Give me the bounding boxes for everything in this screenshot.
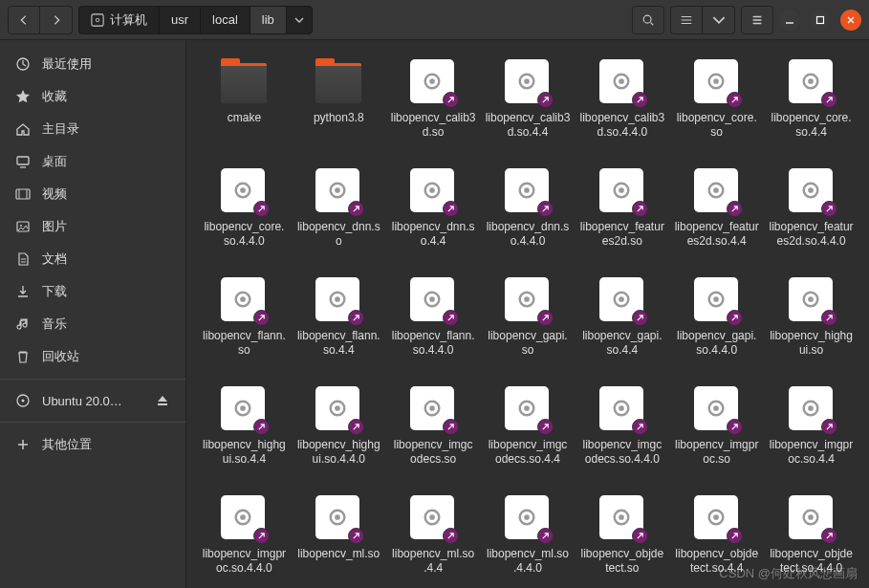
file-item[interactable]: libopencv_features2d.so.4.4.0: [767, 166, 856, 264]
symlink-badge-icon: [632, 92, 648, 108]
path-seg-local[interactable]: local: [201, 7, 250, 33]
file-item[interactable]: python3.8: [294, 57, 383, 155]
symlink-badge-icon: [727, 201, 743, 217]
file-item[interactable]: libopencv_flann.so.4.4: [294, 275, 383, 373]
file-item[interactable]: libopencv_objdetect.so.4.4: [672, 493, 761, 588]
file-item[interactable]: libopencv_features2d.so.4.4: [672, 166, 761, 264]
search-button[interactable]: [632, 6, 664, 34]
file-item[interactable]: libopencv_calib3d.so: [389, 57, 478, 155]
svg-point-48: [808, 296, 814, 302]
file-item[interactable]: libopencv_core.so.4.4: [767, 57, 856, 155]
sidebar-item-other[interactable]: 其他位置: [0, 422, 185, 461]
file-item[interactable]: libopencv_gapi.so.4.4: [577, 275, 666, 373]
file-item[interactable]: libopencv_flann.so.4.4.0: [389, 275, 478, 373]
maximize-button[interactable]: [810, 10, 831, 31]
shared-lib-icon: [410, 495, 456, 541]
svg-point-70: [524, 514, 530, 520]
sidebar-item-downloads[interactable]: 下载: [0, 275, 185, 308]
file-label: libopencv_dnn.so: [296, 220, 381, 262]
symlink-badge-icon: [443, 92, 459, 108]
svg-point-66: [335, 514, 340, 520]
file-item[interactable]: libopencv_core.so.4.4.0: [200, 166, 289, 264]
file-item[interactable]: libopencv_gapi.so: [484, 275, 573, 373]
svg-point-76: [808, 514, 814, 520]
file-label: cmake: [228, 111, 261, 153]
file-label: libopencv_ml.so.4.4: [391, 547, 476, 588]
hamburger-menu[interactable]: [741, 6, 773, 34]
sidebar-item-documents[interactable]: 文档: [0, 243, 185, 275]
music-icon: [15, 316, 31, 332]
symlink-badge-icon: [727, 419, 743, 435]
sidebar-item-starred[interactable]: 收藏: [0, 80, 185, 113]
file-item[interactable]: libopencv_imgcodecs.so.4.4.0: [577, 384, 666, 482]
back-button[interactable]: [8, 6, 40, 34]
sidebar-item-label: 主目录: [42, 120, 79, 138]
sidebar-item-videos[interactable]: 视频: [0, 178, 185, 210]
view-dropdown-button[interactable]: [703, 6, 735, 34]
symlink-badge-icon: [537, 310, 554, 326]
file-item[interactable]: libopencv_gapi.so.4.4.0: [672, 275, 761, 373]
file-item[interactable]: cmake: [200, 57, 289, 155]
file-item[interactable]: libopencv_highgui.so: [767, 275, 856, 373]
file-label: libopencv_calib3d.so.4.4.0: [579, 111, 664, 153]
sidebar-item-desktop[interactable]: 桌面: [0, 145, 185, 178]
shared-lib-icon: [694, 59, 740, 105]
file-item[interactable]: libopencv_features2d.so: [577, 166, 666, 264]
folder-icon: [315, 59, 361, 105]
file-item[interactable]: libopencv_imgproc.so.4.4: [767, 384, 856, 482]
close-button[interactable]: [840, 10, 861, 31]
file-item[interactable]: libopencv_dnn.so: [294, 166, 383, 264]
path-dropdown[interactable]: [287, 7, 312, 33]
forward-button[interactable]: [40, 6, 73, 34]
file-label: libopencv_gapi.so: [486, 329, 571, 371]
eject-icon[interactable]: [155, 393, 170, 408]
file-item[interactable]: libopencv_ml.so.4.4: [389, 493, 478, 588]
file-item[interactable]: libopencv_calib3d.so.4.4: [484, 57, 573, 155]
file-item[interactable]: libopencv_core.so: [672, 57, 761, 155]
file-item[interactable]: libopencv_imgcodecs.so.4.4: [484, 384, 573, 482]
svg-point-68: [429, 514, 435, 520]
file-item[interactable]: libopencv_imgcodecs.so: [389, 384, 478, 482]
file-item[interactable]: libopencv_highgui.so.4.4.0: [294, 384, 383, 482]
file-item[interactable]: libopencv_calib3d.so.4.4.0: [577, 57, 666, 155]
sidebar-item-label: 文档: [42, 250, 67, 268]
file-item[interactable]: libopencv_flann.so: [200, 275, 289, 373]
file-item[interactable]: libopencv_ml.so.4.4.0: [484, 493, 573, 588]
shared-lib-icon: [789, 277, 835, 323]
svg-rect-5: [17, 157, 29, 164]
symlink-badge-icon: [537, 419, 554, 435]
path-seg-usr[interactable]: usr: [160, 7, 201, 33]
sidebar-item-home[interactable]: 主目录: [0, 113, 185, 145]
file-label: libopencv_objdetect.so: [579, 547, 664, 588]
path-seg-lib[interactable]: lib: [250, 7, 287, 33]
sidebar-item-trash[interactable]: 回收站: [0, 340, 185, 373]
file-item[interactable]: libopencv_dnn.so.4.4.0: [484, 166, 573, 264]
shared-lib-icon: [694, 168, 740, 214]
shared-lib-icon: [410, 59, 456, 105]
file-label: python3.8: [314, 111, 364, 153]
sidebar-item-disk[interactable]: Ubuntu 20.0…: [0, 379, 185, 416]
svg-point-32: [713, 187, 719, 193]
desktop-icon: [15, 154, 31, 169]
file-item[interactable]: libopencv_ml.so: [294, 493, 383, 588]
file-item[interactable]: libopencv_highgui.so.4.4: [200, 384, 289, 482]
file-item[interactable]: libopencv_dnn.so.4.4: [389, 166, 478, 264]
file-pane[interactable]: cmakepython3.8libopencv_calib3d.solibope…: [186, 40, 869, 588]
sidebar-item-label: 桌面: [42, 153, 67, 170]
folder-icon: [221, 59, 267, 105]
svg-point-16: [619, 78, 624, 84]
shared-lib-icon: [410, 168, 456, 214]
minimize-button[interactable]: [779, 10, 800, 31]
file-item[interactable]: libopencv_objdetect.so.4.4.0: [767, 493, 856, 588]
sidebar-item-music[interactable]: 音乐: [0, 308, 185, 340]
view-list-button[interactable]: [670, 6, 703, 34]
sidebar-item-label: Ubuntu 20.0…: [42, 394, 122, 408]
file-item[interactable]: libopencv_imgproc.so.4.4.0: [200, 493, 289, 588]
file-item[interactable]: libopencv_imgproc.so: [672, 384, 761, 482]
svg-point-2: [643, 15, 651, 23]
svg-point-20: [808, 78, 814, 84]
file-item[interactable]: libopencv_objdetect.so: [577, 493, 666, 588]
sidebar-item-recent[interactable]: 最近使用: [0, 48, 185, 80]
path-root[interactable]: 计算机: [79, 7, 160, 33]
sidebar-item-pictures[interactable]: 图片: [0, 210, 185, 243]
